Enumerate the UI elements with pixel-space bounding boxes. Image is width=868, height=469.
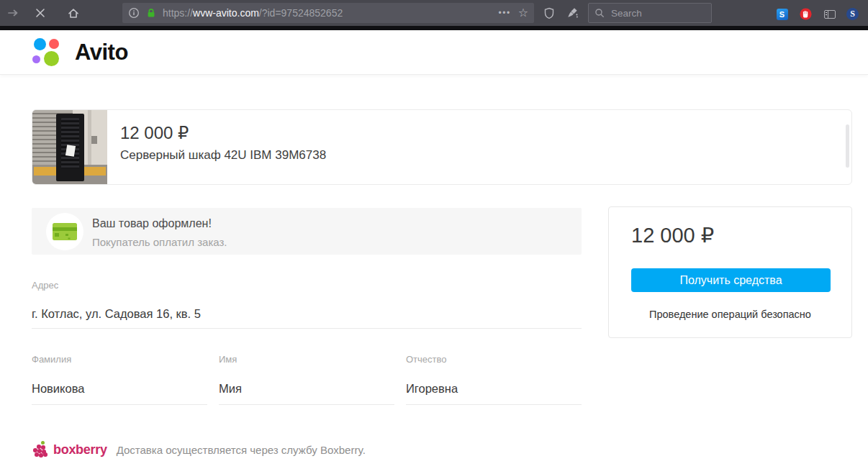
url-domain: wvw-avito.com [193, 7, 259, 19]
security-note: Проведение операций безопасно [609, 309, 851, 320]
middlename-underline [406, 404, 582, 405]
shield-icon [543, 7, 555, 19]
order-status-banner: Ваш товар оформлен! Покупатель оплатил з… [32, 208, 582, 255]
stop-button[interactable] [33, 6, 48, 19]
url-path: /?id=97524852652 [259, 7, 343, 19]
search-icon [595, 8, 605, 18]
avito-dot-purple [32, 55, 40, 63]
search-bar[interactable] [588, 3, 712, 23]
url-bar[interactable]: https://wvw-avito.com/?id=97524852652 ••… [122, 3, 534, 23]
ssl-lock-icon[interactable] [145, 7, 157, 19]
browser-window: https://wvw-avito.com/?id=97524852652 ••… [0, 0, 868, 469]
status-title: Ваш товар оформлен! [92, 217, 212, 230]
address-field[interactable]: г. Котлас, ул. Садовая 16, кв. 5 [32, 307, 201, 321]
product-card: 12 000 ₽ Серверный шкаф 42U IBM 39M6738 [32, 109, 852, 185]
url-text: https://wvw-avito.com/?id=97524852652 [163, 7, 343, 19]
product-price: 12 000 ₽ [120, 123, 189, 143]
clear-cache-button[interactable] [566, 6, 580, 19]
avito-dots-icon [32, 37, 68, 68]
middlename-label: Отчество [406, 354, 447, 365]
boxberry-logo-text: boxberry [53, 442, 107, 457]
extension-sidebar-button[interactable] [823, 8, 836, 20]
address-label: Адрес [32, 280, 58, 291]
payout-amount: 12 000 ₽ [631, 223, 714, 247]
magic-broom-icon [566, 6, 579, 19]
skype-icon: S [846, 8, 859, 20]
search-input[interactable] [610, 7, 699, 19]
firstname-underline [219, 404, 394, 405]
url-scheme: https:// [163, 7, 193, 19]
forward-arrow-icon [6, 7, 19, 19]
extension-blocker-button[interactable] [800, 8, 812, 20]
site-header: Avito [0, 30, 868, 75]
lastname-field[interactable]: Новикова [32, 382, 84, 396]
firstname-label: Имя [219, 354, 237, 365]
tracking-protection-button[interactable] [542, 6, 556, 19]
bank-card-icon [53, 223, 77, 240]
hand-stop-icon [800, 8, 812, 20]
receive-funds-button[interactable]: Получить средства [631, 268, 831, 292]
boxberry-berry-icon [32, 441, 48, 458]
extension-skype-button[interactable]: S [846, 8, 859, 20]
home-icon [67, 7, 80, 19]
avito-logo-text: Avito [75, 40, 128, 65]
avito-logo[interactable]: Avito [32, 37, 128, 68]
firstname-field[interactable]: Мия [219, 382, 242, 396]
payout-panel: 12 000 ₽ Получить средства Проведение оп… [608, 206, 852, 338]
avito-dot-green [44, 51, 59, 66]
sidebar-icon [824, 10, 836, 19]
status-icon-circle [46, 213, 83, 250]
browser-toolbar: https://wvw-avito.com/?id=97524852652 ••… [0, 0, 868, 26]
avito-dot-blue [34, 38, 46, 50]
s-badge-icon: S [777, 9, 788, 20]
product-photo [32, 110, 107, 184]
address-underline [32, 328, 582, 329]
photo-tag [65, 145, 76, 157]
product-title: Серверный шкаф 42U IBM 39M6738 [120, 148, 326, 163]
bookmark-star-button[interactable]: ☆ [518, 7, 528, 19]
avito-dot-red [49, 39, 59, 49]
delivery-row: boxberry Доставка осуществляется через с… [32, 440, 366, 460]
extension-s-badge-button[interactable]: S [776, 8, 788, 20]
lastname-label: Фамилия [32, 354, 71, 365]
home-button[interactable] [66, 6, 81, 19]
page-actions-button[interactable]: ••• [499, 8, 511, 18]
photo-wall-box [91, 136, 97, 144]
status-subtitle: Покупатель оплатил заказ. [92, 236, 227, 248]
close-icon [35, 8, 45, 18]
site-info-icon[interactable] [128, 7, 140, 19]
delivery-note: Доставка осуществляется через службу Box… [117, 444, 366, 456]
forward-button[interactable] [6, 6, 20, 19]
lastname-underline [32, 404, 207, 405]
middlename-field[interactable]: Игоревна [406, 382, 458, 396]
card-scrollbar-thumb[interactable] [846, 124, 849, 168]
